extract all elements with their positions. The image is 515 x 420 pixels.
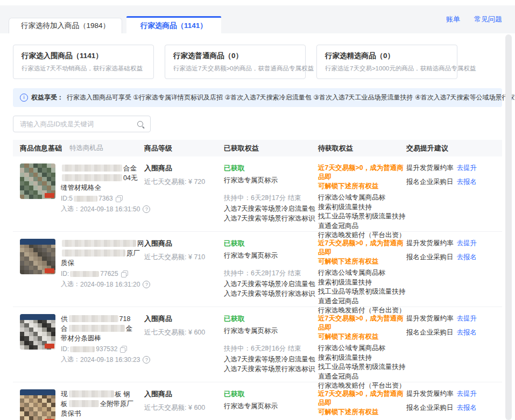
support-countdown: 扶持中：6天2时17分 结束 [224,194,318,203]
go-improve-link[interactable]: 去提升 [457,239,477,247]
billing-link[interactable]: 账单 [446,15,460,24]
support-countdown: 扶持中：6天2时17分 结束 [224,269,318,278]
benefits-notice-banner: 权益享受： 行家选入围商品可享受 ①行家选专属详情页标识及店招 ②首次入选7天搜… [13,88,502,107]
product-level: 入围商品 [144,314,224,324]
product-title: 合金 [61,163,146,173]
card-premium[interactable]: 行家选精选商品（0） 行家选近7天交易>1000元的商品，获精选商品专属权益 [316,45,457,79]
card-title: 行家选入围商品（1141） [22,51,145,61]
search-input[interactable] [19,120,137,129]
support-countdown: 扶持中：6天2时16分 结束 [224,344,318,353]
table-row: 合金 04无 缝管材规格全 ID: 57363 入选：2024-09-18 16… [13,156,502,232]
product-id: ID: 57363 [61,195,146,202]
card-shortlisted[interactable]: 行家选入围商品（1141） 行家选近7天不动销商品，获行家选基础权益 [13,45,154,79]
tab-pending-products[interactable]: 行家选待加入商品（1984） [9,18,122,33]
faq-link[interactable]: 常见问题 [474,15,502,24]
notice-text: 行家选入围商品可享受 ①行家选专属详情页标识及店招 ②首次入选7天搜索冷启流量包… [67,93,515,102]
image-watermark-banner [20,239,55,245]
selected-time: 入选：2024-09-18 16:31:50 [61,204,146,213]
image-price-tag [45,268,54,273]
acquired-badge: 已获取 [224,239,318,248]
gmv-7d: 近七天交易额: ¥ 720 [144,177,224,187]
acquired-benefits-list: 入选7天搜索等场景冷启流量包 入选7天搜索等场景行家选标识 [224,204,318,223]
acquired-badge: 已获取 [224,389,318,399]
card-normal[interactable]: 行家选普通商品（0） 行家选近7天交易额>0的商品，获普通商品专属权益 [165,45,306,79]
blurred-text [62,240,136,247]
product-image[interactable] [20,163,55,199]
go-improve-link[interactable]: 去提升 [457,164,477,172]
col-acquired-benefits: 已获取权益 [224,144,318,153]
acquired-benefits-list: 入选7天搜索等场景冷启流量包 入选7天搜索等场景行家选标识 [224,355,318,374]
pending-condition: 近7天交易额>0，成为普通商品即 可解锁下述所有权益 [318,239,406,266]
blurred-text [62,174,122,181]
gmv-7d: 近七天交易额: ¥ 600 [144,403,224,412]
suggestion-text: 报名企业采购日 [406,329,454,336]
copy-icon[interactable] [120,346,127,353]
selected-time: 入选：2024-09-18 16:30:23 [61,355,146,364]
suggestion-text: 提升发货履约率 [406,390,454,397]
suggestion-text: 提升发货履约率 [406,239,454,247]
tab-bar: 行家选待加入商品（1984） 行家选商品（1141） 账单 常见问题 [0,5,515,33]
image-price-tag [45,193,54,198]
pending-benefits-list: 行家选公域专属商品标 搜索初级流量扶持 找工业品等场景初级流量扶持 直通金冠商品… [318,344,406,391]
acquired-item: 行家选专属页标示 [224,326,318,336]
product-title: 网 [61,239,146,248]
acquired-item: 行家选专属页标示 [224,251,318,260]
card-desc: 行家选近7天交易额>0的商品，获普通商品专属权益 [173,65,297,73]
blurred-text [62,165,122,172]
product-image[interactable] [20,314,55,350]
pending-condition: 近7天交易额>0，成为普通商品即 可解锁下述所有权益 [318,389,406,417]
notice-label: 权益享受： [31,93,64,102]
tab-expert-products[interactable]: 行家选商品（1141） [126,16,221,33]
go-signup-link[interactable]: 去报名 [457,178,477,186]
product-id: ID: 77625 [61,270,146,277]
go-signup-link[interactable]: 去报名 [457,253,477,261]
image-price-tag [45,344,54,348]
card-desc: 行家选近7天不动销商品，获行家选基础权益 [22,65,145,73]
suggestion-text: 报名企业采购日 [406,253,454,261]
product-title: 供718 [61,314,146,324]
product-image[interactable] [20,389,55,420]
product-title: 现板 钢 [61,389,146,399]
blurred-text [69,315,118,322]
blurred-text [62,250,125,257]
card-title: 行家选精选商品（0） [325,51,449,61]
suggestion-text: 报名企业采购日 [406,404,454,411]
image-watermark-banner [20,314,55,320]
go-improve-link[interactable]: 去提升 [457,315,477,322]
pending-condition: 近7天交易额>0，成为普通商品即 可解锁下述所有权益 [318,163,406,191]
table-header: 商品信息基础 特选商机品 商品等级 已获取权益 待获取权益 交易提升建议 [13,140,502,156]
col-trade-suggestion: 交易提升建议 [406,144,502,153]
copy-icon[interactable] [121,270,128,277]
col-special-opportunity[interactable]: 特选商机品 [69,144,103,153]
product-id: ID: 937532 [61,345,146,353]
blurred-text [69,325,125,332]
product-image[interactable] [20,239,55,274]
suggestion-text: 提升发货履约率 [406,315,454,322]
table-row: 现板 钢 板全附带原厂 质保书 ID: 54701 入选：2024-09-18 … [13,382,502,420]
blurred-text [69,390,114,397]
vertical-scrollbar[interactable] [505,34,512,420]
suggestion-text: 提升发货履约率 [406,164,454,172]
card-title: 行家选普通商品（0） [173,51,297,61]
pending-benefits-list: 行家选公域专属商品标 搜索初级流量扶持 找工业品等场景初级流量扶持 直通金冠商品… [318,268,406,316]
col-product-info[interactable]: 商品信息基础 [20,144,62,153]
product-level: 入围商品 [144,163,224,173]
copy-icon[interactable] [116,195,123,202]
gmv-7d: 近七天交易额: ¥ 710 [144,253,224,262]
summary-cards: 行家选入围商品（1141） 行家选近7天不动销商品，获行家选基础权益 行家选普通… [13,45,502,79]
pending-benefits-list: 行家选公域专属商品标 搜索初级流量扶持 找工业品等场景初级流量扶持 直通金冠商品… [318,193,406,240]
acquired-item: 行家选专属页标示 [224,176,318,185]
blurred-text [69,400,99,407]
gmv-7d: 近七天交易额: ¥ 600 [144,328,224,337]
go-signup-link[interactable]: 去报名 [457,404,477,411]
go-improve-link[interactable]: 去提升 [457,390,477,397]
search-icon[interactable] [137,121,143,127]
col-pending-benefits: 待获取权益 [318,144,406,153]
suggestion-text: 报名企业采购日 [406,178,454,186]
table-row: 网 原厂 质保 ID: 77625 入选：2024-09-18 16:31:20… [13,232,502,307]
go-signup-link[interactable]: 去报名 [457,329,477,336]
table-row: 供718 合金 带材分条圆棒 ID: 937532 入选：2024-09-18 … [13,307,502,382]
blurred-text [70,271,99,277]
product-level: 入围商品 [144,389,224,399]
col-product-level: 商品等级 [144,144,224,153]
